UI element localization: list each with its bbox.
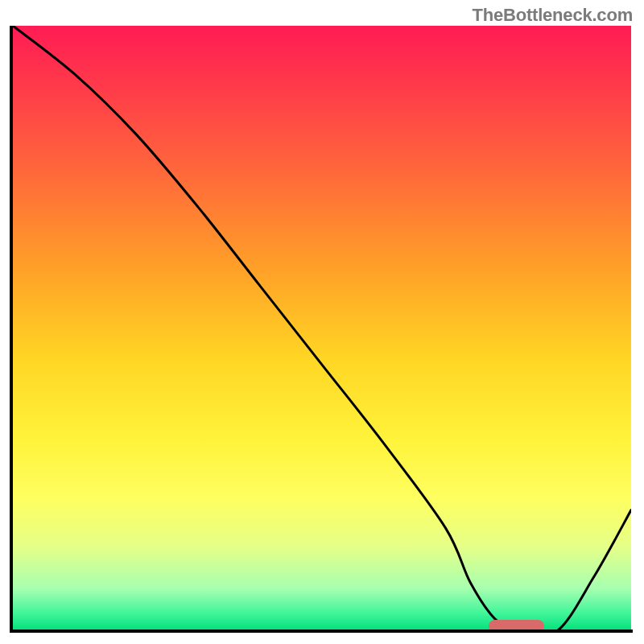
x-axis <box>10 630 633 633</box>
y-axis <box>10 26 13 631</box>
attribution-text: TheBottleneck.com <box>472 5 633 26</box>
plot-gradient-background <box>13 26 631 631</box>
bottleneck-chart: TheBottleneck.com <box>0 0 644 644</box>
